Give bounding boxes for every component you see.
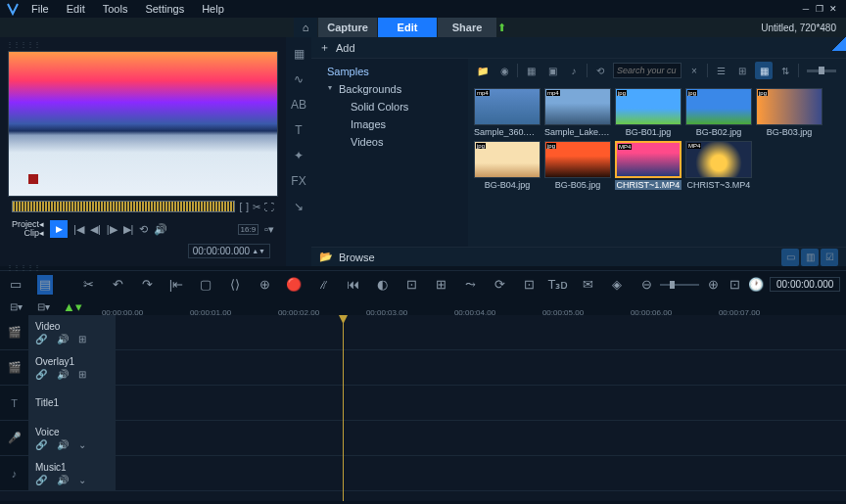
- view-thumb-icon[interactable]: ▦: [755, 62, 773, 79]
- footer-view1-icon[interactable]: ▭: [781, 249, 799, 266]
- menu-help[interactable]: Help: [194, 1, 232, 17]
- next-frame-icon[interactable]: |▶: [107, 223, 118, 236]
- thumb-item[interactable]: MP4CHRIST~1.MP4: [615, 141, 682, 190]
- upload-icon[interactable]: ⬆: [497, 22, 506, 34]
- tree-backgrounds[interactable]: ▾Backgrounds: [311, 80, 468, 98]
- zoom-in-icon[interactable]: ⊕: [705, 275, 721, 295]
- track-toggle-icon[interactable]: ⊟▾: [35, 297, 51, 316]
- zoom-slider[interactable]: [660, 284, 699, 286]
- title-icon[interactable]: T: [290, 121, 307, 139]
- thumb-size-slider[interactable]: [807, 69, 836, 72]
- grip-icon[interactable]: ⋮⋮⋮⋮⋮: [6, 43, 280, 47]
- filter-audio-icon[interactable]: ♪: [565, 62, 583, 79]
- thumb-item[interactable]: mp4Sample_Lake.m...: [544, 88, 611, 137]
- motion-icon[interactable]: ⤳: [462, 275, 478, 295]
- menu-settings[interactable]: Settings: [137, 1, 192, 17]
- split-icon[interactable]: ✂: [253, 202, 260, 212]
- subtitle-icon[interactable]: ✉: [580, 275, 595, 295]
- preview-viewport[interactable]: [8, 51, 278, 197]
- color-icon[interactable]: 🔴: [286, 275, 302, 295]
- mute-icon[interactable]: 🔊: [57, 475, 69, 485]
- link-icon[interactable]: 🔗: [35, 475, 47, 485]
- storyboard-mode-icon[interactable]: ▭: [8, 275, 24, 295]
- tree-images[interactable]: Images: [311, 115, 468, 133]
- redo-icon[interactable]: ↷: [139, 275, 155, 295]
- mark-in-icon[interactable]: [: [239, 202, 242, 212]
- thumb-item[interactable]: jpgBG-B05.jpg: [544, 141, 611, 190]
- import-icon[interactable]: 📁: [474, 62, 492, 79]
- collapse-icon[interactable]: ▾: [328, 83, 332, 92]
- track-title[interactable]: T Title1: [0, 386, 846, 421]
- footer-view2-icon[interactable]: ▥: [801, 249, 819, 266]
- 3d-title-icon[interactable]: T₃ᴅ: [550, 275, 566, 295]
- browse-button[interactable]: 📂Browse: [319, 251, 375, 263]
- sort-icon[interactable]: ⇅: [776, 62, 794, 79]
- graphic-icon[interactable]: ✦: [290, 147, 307, 164]
- mask-icon[interactable]: ◐: [374, 275, 390, 295]
- fit-icon[interactable]: ⊡: [727, 275, 742, 295]
- add-button[interactable]: ＋Add: [319, 40, 355, 55]
- tree-samples[interactable]: Samples: [311, 63, 468, 80]
- tab-share[interactable]: Share: [438, 18, 496, 37]
- tab-capture[interactable]: Capture: [318, 18, 377, 37]
- track-video[interactable]: 🎬 Video🔗🔊⊞: [0, 315, 846, 350]
- zoom-out-icon[interactable]: ⊖: [638, 275, 654, 295]
- reverse-icon[interactable]: ⏮: [345, 275, 360, 295]
- tree-videos[interactable]: Videos: [311, 133, 468, 151]
- track-manager-icon[interactable]: ⊟▾: [8, 297, 24, 316]
- chapter-icon[interactable]: ◈: [609, 275, 625, 295]
- media-icon[interactable]: ▦: [290, 45, 307, 63]
- restore-icon[interactable]: ❐: [815, 4, 824, 14]
- menu-file[interactable]: File: [24, 1, 57, 17]
- thumb-item[interactable]: jpgBG-B01.jpg: [615, 88, 682, 137]
- clear-search-icon[interactable]: ×: [685, 62, 703, 79]
- scrub-bar[interactable]: [12, 201, 235, 212]
- filter-photo-icon[interactable]: ▣: [543, 62, 561, 79]
- grid-icon[interactable]: ⊞: [433, 275, 448, 295]
- undo-icon[interactable]: ↶: [110, 275, 125, 295]
- preview-timecode[interactable]: 00:00:00.000 ▲▼: [188, 244, 270, 258]
- go-start-icon[interactable]: |◀: [73, 223, 84, 236]
- minimize-icon[interactable]: ─: [801, 4, 811, 14]
- menu-tools[interactable]: Tools: [95, 1, 136, 17]
- prev-frame-icon[interactable]: ◀|: [90, 223, 101, 236]
- track-voice[interactable]: 🎤 Voice🔗🔊⌄: [0, 421, 846, 456]
- capture-icon[interactable]: ◉: [495, 62, 513, 79]
- timeline-timecode[interactable]: 00:00:00.000: [770, 277, 840, 292]
- play-button[interactable]: ▶: [50, 220, 68, 238]
- link-icon[interactable]: 🔗: [35, 334, 47, 344]
- expand-icon[interactable]: ⌄: [78, 439, 86, 450]
- aspect-ratio[interactable]: 16:9: [238, 224, 259, 235]
- path-icon[interactable]: ↘: [290, 198, 307, 215]
- tracking-icon[interactable]: ⊡: [521, 275, 537, 295]
- crop-icon[interactable]: ⊡: [403, 275, 419, 295]
- loop-icon[interactable]: ⟲: [139, 223, 148, 236]
- filter-icon[interactable]: FX: [290, 172, 307, 190]
- sound-icon[interactable]: ∿: [290, 70, 307, 88]
- corner-toggle-icon[interactable]: [832, 37, 846, 51]
- snap-icon[interactable]: ▢: [198, 275, 213, 295]
- mute-icon[interactable]: 🔊: [57, 439, 69, 450]
- expand-icon[interactable]: ⛶: [264, 202, 274, 212]
- tab-home[interactable]: ⌂: [294, 18, 317, 37]
- refresh-icon[interactable]: ⟲: [591, 62, 609, 79]
- tools-icon[interactable]: ✂: [80, 275, 96, 295]
- slip-icon[interactable]: ⟨⟩: [227, 275, 243, 295]
- ripple-icon[interactable]: |⇤: [168, 275, 184, 295]
- timeline-mode-icon[interactable]: ▤: [37, 275, 53, 295]
- thumb-item[interactable]: MP4CHRIST~3.MP4: [685, 141, 752, 190]
- thumb-item[interactable]: mp4Sample_360.mp4: [474, 88, 540, 137]
- link-icon[interactable]: 🔗: [35, 439, 47, 450]
- close-icon[interactable]: ✕: [828, 4, 838, 14]
- track-overlay[interactable]: 🎬 Overlay1🔗🔊⊞: [0, 350, 846, 386]
- search-input[interactable]: [613, 63, 682, 78]
- transition-icon[interactable]: AB: [290, 96, 307, 114]
- thumb-item[interactable]: jpgBG-B02.jpg: [685, 88, 752, 137]
- expand-icon[interactable]: ⌄: [78, 475, 86, 485]
- sync-icon[interactable]: ⟳: [492, 275, 507, 295]
- tree-solid-colors[interactable]: Solid Colors: [311, 98, 468, 115]
- thumb-item[interactable]: jpgBG-B03.jpg: [756, 88, 822, 137]
- view-list-icon[interactable]: ☰: [712, 62, 729, 79]
- link-icon[interactable]: 🔗: [35, 369, 47, 380]
- footer-options-icon[interactable]: ☑: [821, 249, 838, 266]
